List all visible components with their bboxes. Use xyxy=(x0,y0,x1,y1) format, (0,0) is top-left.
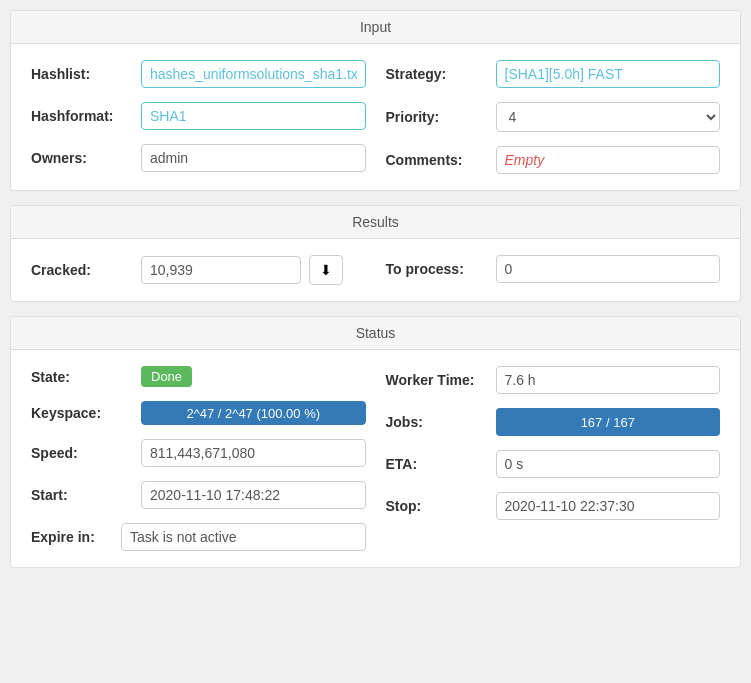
state-badge: Done xyxy=(141,366,192,387)
speed-input[interactable] xyxy=(141,439,366,467)
cracked-input[interactable] xyxy=(141,256,301,284)
input-title: Input xyxy=(360,19,391,35)
state-label: State: xyxy=(31,369,141,385)
to-process-label: To process: xyxy=(386,261,496,277)
start-input[interactable] xyxy=(141,481,366,509)
expire-input[interactable] xyxy=(121,523,366,551)
strategy-input[interactable] xyxy=(496,60,721,88)
jobs-label: Jobs: xyxy=(386,414,496,430)
results-panel: Results Cracked: ⬇ xyxy=(10,205,741,302)
stop-input[interactable] xyxy=(496,492,721,520)
keyspace-label: Keyspace: xyxy=(31,405,141,421)
start-label: Start: xyxy=(31,487,141,503)
status-panel-header: Status xyxy=(11,317,740,350)
download-icon: ⬇ xyxy=(320,262,332,278)
jobs-progress: 167 / 167 xyxy=(496,408,721,436)
eta-label: ETA: xyxy=(386,456,496,472)
jobs-progress-label: 167 / 167 xyxy=(581,415,635,430)
priority-label: Priority: xyxy=(386,109,496,125)
priority-select[interactable]: 4 xyxy=(496,102,721,132)
hashformat-input[interactable] xyxy=(141,102,366,130)
strategy-label: Strategy: xyxy=(386,66,496,82)
hashlist-input[interactable] xyxy=(141,60,366,88)
expire-label: Expire in: xyxy=(31,529,121,545)
hashformat-label: Hashformat: xyxy=(31,108,141,124)
keyspace-progress: 2^47 / 2^47 (100.00 %) xyxy=(141,401,366,425)
speed-label: Speed: xyxy=(31,445,141,461)
comments-input[interactable] xyxy=(496,146,721,174)
comments-label: Comments: xyxy=(386,152,496,168)
stop-label: Stop: xyxy=(386,498,496,514)
download-button[interactable]: ⬇ xyxy=(309,255,343,285)
owners-label: Owners: xyxy=(31,150,141,166)
hashlist-label: Hashlist: xyxy=(31,66,141,82)
status-title: Status xyxy=(356,325,396,341)
owners-input[interactable] xyxy=(141,144,366,172)
worker-time-label: Worker Time: xyxy=(386,372,496,388)
input-panel-header: Input xyxy=(11,11,740,44)
eta-input[interactable] xyxy=(496,450,721,478)
results-panel-header: Results xyxy=(11,206,740,239)
results-title: Results xyxy=(352,214,399,230)
status-panel: Status State: Done Keyspace: 2^47 / 2^47… xyxy=(10,316,741,568)
cracked-label: Cracked: xyxy=(31,262,141,278)
keyspace-progress-label: 2^47 / 2^47 (100.00 %) xyxy=(186,406,320,421)
input-panel: Input Hashlist: Hashformat: Owners: xyxy=(10,10,741,191)
worker-time-input[interactable] xyxy=(496,366,721,394)
to-process-input[interactable] xyxy=(496,255,721,283)
